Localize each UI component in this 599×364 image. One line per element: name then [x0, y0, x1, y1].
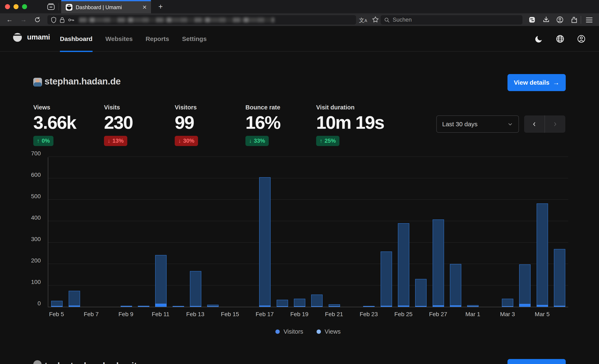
y-tick-label: 700	[31, 150, 41, 157]
bar-views	[259, 177, 271, 307]
nav-item-dashboard[interactable]: Dashboard	[60, 26, 93, 52]
back-button[interactable]: ←	[5, 16, 14, 24]
x-tick-label: Feb 15	[221, 311, 239, 318]
metric-change-badge: ↓33%	[246, 136, 269, 146]
bar-visitors	[433, 305, 444, 307]
lock-icon[interactable]	[60, 17, 65, 23]
tracking-protection-shield-icon[interactable]	[51, 17, 57, 23]
brand-name: umami	[27, 33, 50, 41]
bar-visitors	[329, 306, 340, 307]
bar-visitors	[69, 306, 80, 307]
date-range-value: Last 30 days	[442, 121, 477, 128]
y-tick-label: 500	[31, 193, 41, 200]
chart-y-axis-labels: 0100200300400500600700	[21, 157, 44, 307]
forward-button[interactable]: →	[19, 16, 28, 24]
y-tick-label: 400	[31, 214, 41, 221]
chevron-down-icon	[507, 121, 513, 127]
tab-manager-extension-icon[interactable]	[528, 16, 536, 24]
account-icon[interactable]	[556, 16, 564, 24]
bar-visitors	[311, 306, 323, 307]
bar-views	[69, 291, 80, 307]
y-tick-label: 100	[31, 279, 41, 285]
next-website-section-partial: tech.stephan-hadan.it	[33, 359, 566, 364]
y-tick-label: 200	[31, 257, 41, 264]
metric-visits: Visits230↓13%	[104, 104, 175, 146]
arrow-down-icon: ↓	[178, 138, 181, 144]
chart-x-axis-labels: Feb 5Feb 7Feb 9Feb 11Feb 13Feb 15Feb 17F…	[48, 311, 568, 319]
x-tick-label: Feb 23	[360, 311, 378, 318]
bookmark-star-icon[interactable]	[372, 16, 379, 23]
bar-visitors	[502, 306, 513, 307]
bar-visitors	[537, 305, 548, 307]
tab-favicon-umami	[66, 4, 72, 11]
search-icon	[384, 17, 390, 23]
nav-item-settings[interactable]: Settings	[182, 26, 207, 52]
bar-visitors	[259, 306, 271, 307]
umami-brand[interactable]: umami	[12, 32, 50, 43]
arrow-up-icon: ↑	[37, 138, 40, 144]
search-input[interactable]	[392, 17, 509, 23]
arrow-down-icon: ↓	[249, 138, 252, 144]
gridline	[48, 157, 568, 157]
bar-visitors	[294, 306, 305, 307]
nav-item-reports[interactable]: Reports	[146, 26, 169, 52]
bar-visitors	[51, 306, 63, 307]
extensions-puzzle-icon[interactable]	[570, 16, 578, 24]
tab-title: Dashboard | Umami	[76, 4, 142, 10]
gridline	[48, 264, 568, 264]
bar-visitors	[381, 306, 392, 307]
bar-views	[155, 255, 167, 307]
metric-visitors: Visitors99↓30%	[175, 104, 246, 146]
bar-visitors	[398, 306, 409, 307]
url-text-redacted	[79, 18, 274, 22]
bar-views	[554, 249, 565, 307]
nav-item-websites[interactable]: Websites	[106, 26, 133, 52]
x-tick-label: Feb 5	[49, 311, 64, 318]
date-pager	[524, 115, 565, 133]
language-globe-icon[interactable]	[556, 35, 564, 43]
key-icon[interactable]	[68, 17, 74, 23]
bar-visitors	[467, 306, 479, 307]
reload-button[interactable]	[33, 16, 42, 24]
metric-visit-duration: Visit duration10m 19s↑25%	[316, 104, 387, 146]
theme-moon-icon[interactable]	[535, 35, 543, 43]
legend-item-views[interactable]: Views	[317, 328, 341, 335]
new-tab-button[interactable]: +	[156, 2, 165, 11]
profile-icon[interactable]	[577, 35, 586, 43]
window-minimize-button[interactable]	[14, 4, 18, 9]
view-details-button[interactable]: View details →	[508, 74, 566, 91]
bar-views	[190, 271, 201, 307]
date-range-select[interactable]: Last 30 days	[436, 115, 519, 133]
legend-item-visitors[interactable]: Visitors	[275, 328, 303, 335]
bar-views	[398, 223, 409, 307]
metric-change-badge: ↓30%	[175, 136, 198, 146]
menu-hamburger-icon[interactable]	[586, 17, 593, 23]
bar-visitors	[138, 306, 149, 307]
active-tab[interactable]: Dashboard | Umami ✕	[61, 0, 151, 13]
legend-dot-icon	[317, 329, 321, 334]
y-tick-label: 600	[31, 172, 41, 178]
bar-visitors	[519, 304, 531, 307]
url-bar[interactable]	[47, 15, 356, 25]
x-tick-label: Feb 21	[325, 311, 343, 318]
gridline	[48, 221, 568, 221]
firefox-view-icon[interactable]	[47, 3, 55, 11]
app-header: umami DashboardWebsitesReportsSettings	[0, 26, 599, 52]
bar-views	[519, 264, 531, 307]
x-tick-label: Feb 13	[186, 311, 204, 318]
next-view-details-button[interactable]	[508, 359, 566, 364]
toolbar-divider	[581, 16, 581, 24]
search-bar[interactable]	[381, 15, 522, 25]
next-period-button[interactable]	[545, 115, 565, 133]
translate-icon[interactable]: 文A	[359, 17, 367, 24]
x-tick-label: Feb 25	[394, 311, 413, 318]
downloads-icon[interactable]	[542, 16, 550, 24]
bar-visitors	[363, 306, 375, 307]
window-zoom-button[interactable]	[22, 4, 27, 9]
previous-period-button[interactable]	[524, 115, 545, 133]
next-site-favicon	[33, 360, 42, 364]
site-title: stephan.hadan.de	[44, 76, 121, 87]
tab-close-icon[interactable]: ✕	[142, 5, 147, 10]
metric-value: 99	[175, 113, 246, 132]
window-close-button[interactable]	[5, 4, 10, 9]
